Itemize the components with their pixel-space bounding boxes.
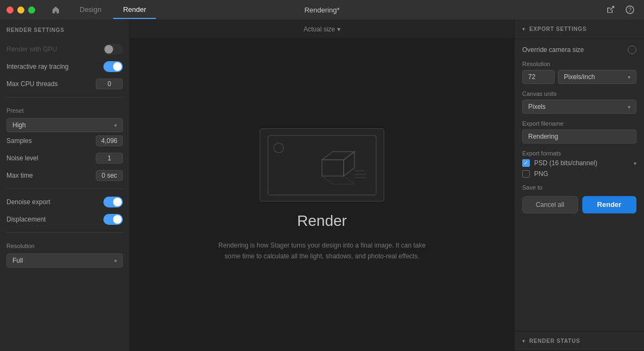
samples-label: Samples — [6, 137, 32, 145]
canvas-units-chevron: ▾ — [628, 104, 630, 110]
psd-checkbox[interactable] — [522, 159, 530, 167]
max-time-label: Max time — [6, 172, 33, 179]
canvas-units-label: Canvas units — [522, 90, 636, 97]
displacement-row: Displacement — [6, 211, 123, 228]
render-description: Rendering is how Stager turns your desig… — [219, 240, 426, 261]
share-button[interactable] — [603, 2, 618, 17]
action-row: Cancel all Render — [522, 196, 636, 213]
actual-size-button[interactable]: Actual size ▾ — [304, 25, 340, 33]
cpu-threads-value[interactable]: 0 — [96, 79, 123, 89]
resolution-inputs: Pixels/inch ▾ — [522, 70, 636, 84]
denoise-label: Denoise export — [6, 198, 50, 206]
svg-marker-4 — [322, 160, 344, 176]
render-status-section: ▾ RENDER STATUS — [515, 331, 644, 351]
save-to-label: Save to — [522, 184, 636, 191]
psd-format-row: PSD (16 bits/channel) ▾ — [522, 159, 636, 167]
svg-text:?: ? — [628, 7, 632, 13]
noise-value[interactable]: 1 — [96, 153, 123, 164]
home-button[interactable] — [46, 5, 65, 14]
render-preview — [260, 128, 384, 202]
canvas-units-row: Canvas units Pixels ▾ — [522, 90, 636, 114]
export-filename-row: Export filename — [522, 120, 636, 144]
resolution-row: Resolution Pixels/inch ▾ — [522, 61, 636, 84]
minimize-button[interactable] — [17, 6, 24, 14]
center-canvas: Actual size ▾ — [130, 20, 514, 351]
cpu-threads-row: Max CPU threads 0 — [6, 75, 123, 93]
export-formats-label: Export formats — [522, 150, 636, 157]
noise-row: Noise level 1 — [6, 150, 123, 167]
window-title: Rendering* — [304, 6, 339, 14]
override-camera-row: Override camera size — [522, 46, 636, 54]
export-settings-header: ▾ EXPORT SETTINGS — [515, 20, 644, 39]
render-gpu-toggle[interactable] — [103, 44, 123, 55]
titlebar: Design Render Rendering* ? — [0, 0, 644, 20]
app-body: RENDER SETTINGS Render with GPU Interact… — [0, 20, 644, 351]
actual-size-label: Actual size — [304, 25, 335, 33]
override-camera-label: Override camera size — [522, 46, 584, 54]
canvas-content: Render Rendering is how Stager turns you… — [219, 39, 426, 351]
render-status-chevron: ▾ — [522, 338, 525, 344]
render-button[interactable]: Render — [582, 196, 637, 213]
export-filename-input[interactable] — [522, 129, 636, 144]
denoise-toggle[interactable] — [103, 197, 123, 207]
help-button[interactable]: ? — [622, 2, 638, 17]
tab-design[interactable]: Design — [70, 1, 111, 19]
export-filename-label: Export filename — [522, 120, 636, 127]
max-time-value[interactable]: 0 sec — [96, 170, 123, 181]
tab-render[interactable]: Render — [113, 1, 156, 19]
svg-point-3 — [274, 143, 284, 153]
cpu-threads-label: Max CPU threads — [6, 80, 58, 88]
maximize-button[interactable] — [28, 6, 35, 14]
divider-2 — [6, 188, 123, 189]
preset-dropdown[interactable]: High ▾ — [6, 118, 123, 132]
export-settings-chevron: ▾ — [522, 26, 525, 32]
traffic-lights — [6, 6, 35, 14]
resolution-section-label: Resolution — [6, 243, 123, 249]
psd-format-chevron[interactable]: ▾ — [634, 160, 636, 166]
close-button[interactable] — [6, 6, 14, 14]
export-settings-title: EXPORT SETTINGS — [529, 26, 587, 32]
resolution-value: Full — [12, 257, 23, 264]
svg-line-7 — [344, 176, 354, 184]
denoise-row: Denoise export — [6, 193, 123, 211]
preset-dropdown-arrow: ▾ — [114, 122, 117, 128]
noise-label: Noise level — [6, 154, 38, 162]
render-status-title: RENDER STATUS — [529, 338, 580, 344]
samples-value[interactable]: 4,096 — [96, 135, 123, 146]
left-panel: RENDER SETTINGS Render with GPU Interact… — [0, 20, 130, 351]
preset-label: Preset — [6, 107, 123, 114]
render-gpu-label: Render with GPU — [6, 46, 57, 53]
resolution-unit-value: Pixels/inch — [564, 73, 595, 81]
resolution-dropdown-arrow: ▾ — [114, 258, 117, 264]
canvas-units-dropdown[interactable]: Pixels ▾ — [522, 100, 636, 114]
render-description-line2: some time to calculate all the light, sh… — [225, 252, 419, 260]
max-time-row: Max time 0 sec — [6, 167, 123, 184]
render-settings-title: RENDER SETTINGS — [6, 27, 123, 33]
psd-format-label: PSD (16 bits/channel) — [534, 159, 629, 167]
png-checkbox[interactable] — [522, 170, 530, 178]
right-panel-body: Override camera size Resolution Pixels/i… — [515, 39, 644, 331]
right-panel: ▾ EXPORT SETTINGS Override camera size R… — [514, 20, 644, 351]
resolution-unit-chevron: ▾ — [628, 74, 630, 80]
cancel-all-button[interactable]: Cancel all — [522, 196, 578, 213]
override-camera-radio[interactable] — [628, 46, 636, 54]
preset-value: High — [12, 121, 26, 129]
displacement-label: Displacement — [6, 216, 46, 223]
svg-marker-6 — [344, 152, 354, 176]
titlebar-actions: ? — [603, 2, 638, 17]
export-formats-row: Export formats PSD (16 bits/channel) ▾ P… — [522, 150, 636, 178]
render-gpu-row: Render with GPU — [6, 41, 123, 58]
canvas-units-value: Pixels — [528, 103, 546, 110]
canvas-toolbar: Actual size ▾ — [130, 20, 514, 39]
png-format-label: PNG — [534, 170, 636, 178]
samples-row: Samples 4,096 — [6, 132, 123, 150]
resolution-input[interactable] — [522, 70, 555, 84]
resolution-dropdown[interactable]: Full ▾ — [6, 253, 123, 268]
actual-size-chevron: ▾ — [337, 25, 340, 33]
divider-1 — [6, 97, 123, 98]
resolution-unit-dropdown[interactable]: Pixels/inch ▾ — [558, 70, 636, 84]
ray-tracing-toggle[interactable] — [103, 61, 123, 72]
svg-line-8 — [322, 176, 333, 184]
render-big-title: Render — [297, 212, 347, 230]
displacement-toggle[interactable] — [103, 214, 123, 225]
